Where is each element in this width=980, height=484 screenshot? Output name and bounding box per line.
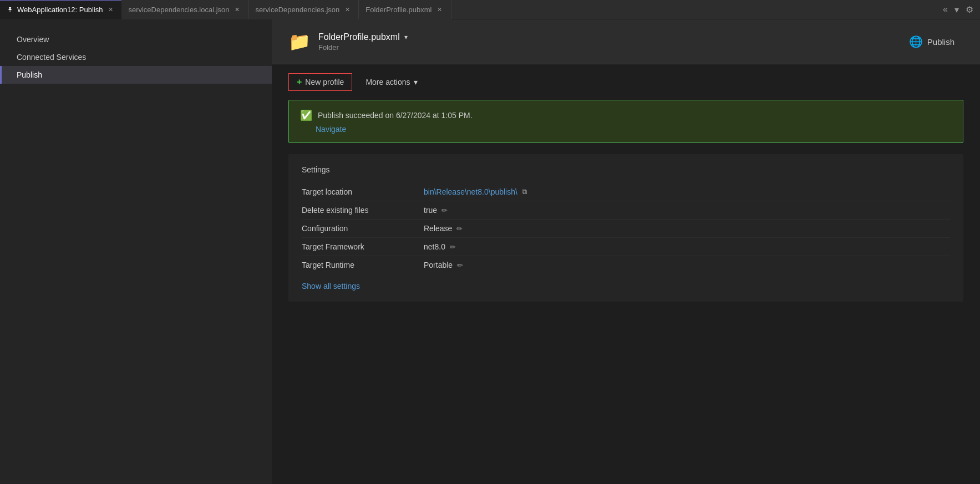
sidebar-label-publish: Publish (17, 70, 42, 79)
settings-row-delete-files: Delete existing files true ✏ (302, 201, 950, 220)
settings-value-target-location[interactable]: bin\Release\net8.0\publish\ (424, 187, 517, 196)
success-banner: ✅ Publish succeeded on 6/27/2024 at 1:05… (288, 100, 963, 143)
edit-icon-configuration[interactable]: ✏ (456, 225, 463, 233)
settings-value-target-framework: net8.0 ✏ (424, 242, 456, 251)
copy-icon[interactable]: ⧉ (522, 187, 527, 196)
tab-close-active[interactable]: ✕ (106, 6, 115, 14)
settings-label-configuration: Configuration (302, 224, 424, 233)
settings-row-target-location: Target location bin\Release\net8.0\publi… (302, 183, 950, 201)
profile-name-group: FolderProfile.pubxml ▾ Folder (318, 32, 408, 52)
settings-row-target-framework: Target Framework net8.0 ✏ (302, 238, 950, 256)
tab-overflow-button[interactable]: « (941, 3, 950, 16)
tab-label-2: serviceDependencies.json (256, 6, 340, 14)
more-actions-button[interactable]: More actions ▾ (358, 74, 425, 90)
more-actions-chevron: ▾ (414, 78, 418, 86)
folder-icon: 📁 (288, 31, 311, 52)
profile-type-label: Folder (318, 43, 408, 52)
tab-service-deps[interactable]: serviceDependencies.json ✕ (249, 0, 359, 19)
sidebar-item-connected-services[interactable]: Connected Services (0, 48, 272, 66)
edit-icon-target-framework[interactable]: ✏ (450, 243, 456, 251)
tab-label-1: serviceDependencies.local.json (128, 6, 229, 14)
settings-value-configuration: Release ✏ (424, 224, 463, 233)
tab-label-3: FolderProfile.pubxml (365, 6, 431, 14)
edit-icon-delete-files[interactable]: ✏ (441, 206, 448, 215)
sidebar-label-overview: Overview (17, 35, 49, 44)
settings-panel: Settings Target location bin\Release\net… (288, 154, 963, 302)
tab-service-deps-local[interactable]: serviceDependencies.local.json ✕ (121, 0, 248, 19)
tab-bar: 🖈 WebApplication12: Publish ✕ serviceDep… (0, 0, 980, 19)
tab-close-3[interactable]: ✕ (435, 5, 444, 14)
main-layout: Overview Connected Services Publish 📁 Fo… (0, 19, 980, 484)
publish-button-label: Publish (927, 37, 954, 47)
content-area: 📁 FolderProfile.pubxml ▾ Folder 🌐 Publis… (272, 19, 980, 484)
tab-close-1[interactable]: ✕ (233, 5, 242, 14)
tab-active-label: WebApplication12: Publish (17, 6, 103, 14)
profile-name-row: FolderProfile.pubxml ▾ (318, 32, 408, 42)
tab-pin-icon: 🖈 (7, 6, 14, 14)
tab-dropdown-button[interactable]: ▾ (952, 3, 961, 16)
navigate-link[interactable]: Navigate (316, 125, 346, 134)
publish-globe-icon: 🌐 (909, 35, 923, 48)
publish-button[interactable]: 🌐 Publish (900, 30, 963, 53)
settings-row-target-runtime: Target Runtime Portable ✏ (302, 256, 950, 274)
publish-header: 📁 FolderProfile.pubxml ▾ Folder 🌐 Publis… (272, 19, 980, 64)
settings-value-delete-files: true ✏ (424, 206, 448, 215)
action-bar: + New profile More actions ▾ (272, 64, 980, 100)
profile-info: 📁 FolderProfile.pubxml ▾ Folder (288, 31, 408, 52)
settings-label-target-location: Target location (302, 187, 424, 196)
new-profile-label: New profile (305, 78, 344, 86)
sidebar-item-publish[interactable]: Publish (0, 66, 272, 84)
settings-title: Settings (302, 165, 950, 174)
tab-close-2[interactable]: ✕ (343, 5, 352, 14)
sidebar-label-connected-services: Connected Services (17, 53, 86, 62)
settings-label-target-framework: Target Framework (302, 242, 424, 251)
profile-name-label: FolderProfile.pubxml (318, 32, 400, 42)
edit-icon-target-runtime[interactable]: ✏ (457, 261, 463, 269)
settings-label-target-runtime: Target Runtime (302, 261, 424, 269)
success-message: Publish succeeded on 6/27/2024 at 1:05 P… (318, 111, 473, 120)
tab-bar-actions: « ▾ ⚙ (941, 3, 980, 16)
settings-row-configuration: Configuration Release ✏ (302, 220, 950, 238)
tab-active-publish[interactable]: 🖈 WebApplication12: Publish ✕ (0, 0, 121, 19)
more-actions-label: More actions (365, 78, 410, 86)
settings-label-delete-files: Delete existing files (302, 206, 424, 215)
plus-icon: + (297, 77, 302, 87)
new-profile-button[interactable]: + New profile (288, 73, 352, 91)
success-check-icon: ✅ (300, 109, 312, 121)
tab-settings-button[interactable]: ⚙ (963, 3, 976, 16)
tab-folder-profile[interactable]: FolderProfile.pubxml ✕ (359, 0, 451, 19)
show-all-settings-link[interactable]: Show all settings (302, 282, 360, 291)
profile-dropdown-chevron[interactable]: ▾ (404, 33, 408, 41)
sidebar: Overview Connected Services Publish (0, 19, 272, 484)
success-row: ✅ Publish succeeded on 6/27/2024 at 1:05… (300, 109, 952, 121)
sidebar-item-overview[interactable]: Overview (0, 30, 272, 48)
settings-value-target-runtime: Portable ✏ (424, 261, 463, 269)
